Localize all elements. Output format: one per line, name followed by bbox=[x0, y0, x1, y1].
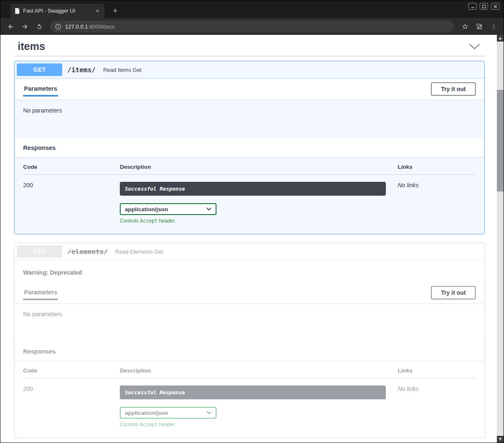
method-badge: GET bbox=[17, 63, 62, 76]
responses-table-header-description: Description bbox=[120, 367, 398, 374]
parameters-title: Parameters bbox=[23, 286, 58, 300]
reload-icon bbox=[36, 23, 43, 30]
responses-body: Code Description Links 200 Successful Re… bbox=[15, 157, 484, 234]
page-favicon-icon bbox=[15, 8, 20, 14]
tab-groups-icon bbox=[476, 23, 483, 30]
opblock-get-items: GET /items/ Read Items Get Parameters Tr… bbox=[14, 61, 485, 234]
try-it-out-button[interactable]: Try it out bbox=[431, 286, 476, 299]
scroll-up-button[interactable] bbox=[497, 35, 504, 42]
scroll-down-button[interactable] bbox=[497, 436, 504, 443]
method-badge: GET bbox=[17, 245, 62, 258]
scroll-down-icon bbox=[499, 438, 502, 440]
new-tab-button[interactable]: + bbox=[110, 5, 121, 16]
endpoint-summary: Read Items Get bbox=[103, 67, 141, 73]
response-description-box: Successful Response bbox=[120, 182, 386, 196]
close-button[interactable] bbox=[491, 3, 499, 10]
endpoint-path: /elements/ bbox=[67, 248, 108, 256]
menu-dots-icon bbox=[491, 24, 497, 30]
opblock-summary[interactable]: GET /items/ Read Items Get bbox=[15, 61, 484, 79]
maximize-icon bbox=[482, 5, 486, 8]
forward-button[interactable] bbox=[18, 20, 32, 33]
reload-button[interactable] bbox=[32, 20, 46, 33]
response-row: 200 Successful Response application/json… bbox=[23, 175, 476, 224]
accept-header-note: Controls Accept header. bbox=[120, 218, 398, 224]
scroll-thumb[interactable] bbox=[497, 90, 504, 191]
section-title: items bbox=[18, 40, 45, 52]
responses-table-header-links: Links bbox=[398, 164, 476, 170]
accept-header-note: Controls Accept header. bbox=[120, 422, 398, 427]
navigation-bar: 127.0.0.1:8000/docs bbox=[0, 18, 504, 35]
responses-body: Code Description Links 200 Successful Re… bbox=[15, 361, 484, 438]
response-row: 200 Successful Response application/json… bbox=[23, 378, 476, 427]
endpoint-path: /items/ bbox=[67, 66, 95, 74]
endpoint-summary: Read Elements Get bbox=[115, 249, 163, 255]
media-type-select[interactable]: application/json bbox=[120, 203, 216, 215]
close-icon bbox=[493, 5, 497, 8]
response-description-box: Successful Response bbox=[120, 385, 386, 399]
page-scrollbar[interactable] bbox=[497, 35, 504, 443]
swagger-page: items GET /items/ Read Items Get Paramet… bbox=[0, 35, 504, 443]
site-info-icon[interactable] bbox=[55, 24, 61, 30]
responses-header: Responses bbox=[15, 342, 484, 361]
bookmark-star-icon bbox=[462, 23, 469, 30]
parameters-header: Parameters Try it out bbox=[15, 282, 484, 303]
responses-title: Responses bbox=[23, 144, 55, 151]
parameters-title: Parameters bbox=[23, 82, 58, 97]
media-type-select[interactable]: application/json bbox=[120, 407, 216, 419]
minimize-button[interactable] bbox=[468, 3, 477, 10]
section-divider bbox=[14, 56, 485, 56]
swagger-content: items GET /items/ Read Items Get Paramet… bbox=[14, 35, 485, 438]
window-controls bbox=[468, 3, 499, 10]
deprecated-warning: Warning: Deprecated bbox=[15, 260, 484, 282]
browser-tab[interactable]: Fast API - Swagger UI × bbox=[11, 4, 105, 18]
response-links: No links bbox=[398, 385, 476, 427]
responses-table-header-description: Description bbox=[120, 164, 398, 170]
response-description-cell: Successful Response application/json Con… bbox=[120, 385, 398, 427]
browser-window: Fast API - Swagger UI × + 1 bbox=[0, 0, 504, 443]
collapse-chevron-icon[interactable] bbox=[469, 43, 480, 50]
opblock-summary[interactable]: GET /elements/ Read Elements Get bbox=[15, 243, 484, 260]
response-links: No links bbox=[398, 182, 476, 224]
url-bar[interactable]: 127.0.0.1:8000/docs bbox=[50, 21, 454, 32]
responses-title: Responses bbox=[23, 348, 55, 355]
minimize-icon bbox=[471, 5, 475, 8]
select-chevron-icon bbox=[206, 207, 211, 211]
media-type-value: application/json bbox=[125, 206, 168, 212]
back-button[interactable] bbox=[4, 20, 17, 33]
media-type-value: application/json bbox=[125, 410, 168, 416]
no-parameters-text: No parameters bbox=[15, 100, 484, 138]
url-text: 127.0.0.1:8000/docs bbox=[65, 24, 115, 30]
response-code: 200 bbox=[23, 385, 120, 427]
response-code: 200 bbox=[23, 182, 120, 224]
tab-strip: Fast API - Swagger UI × + bbox=[0, 0, 504, 18]
responses-table-head: Code Description Links bbox=[23, 164, 476, 175]
responses-header: Responses bbox=[15, 138, 484, 157]
select-chevron-icon bbox=[206, 411, 211, 414]
tab-close-icon[interactable]: × bbox=[94, 7, 101, 15]
responses-table-header-links: Links bbox=[398, 367, 476, 374]
bookmark-star-button[interactable] bbox=[458, 20, 472, 33]
browser-menu-button[interactable] bbox=[487, 20, 500, 33]
opblock-get-elements-deprecated: GET /elements/ Read Elements Get Warning… bbox=[14, 243, 485, 438]
back-icon bbox=[7, 23, 15, 31]
responses-table-header-code: Code bbox=[23, 164, 120, 170]
responses-table-header-code: Code bbox=[23, 367, 120, 374]
try-it-out-button[interactable]: Try it out bbox=[431, 82, 476, 96]
maximize-button[interactable] bbox=[480, 3, 488, 10]
parameters-header: Parameters Try it out bbox=[15, 79, 484, 100]
items-section-header[interactable]: items bbox=[14, 35, 485, 52]
no-parameters-text: No parameters bbox=[15, 303, 484, 342]
responses-table-head: Code Description Links bbox=[23, 367, 476, 378]
scroll-up-icon bbox=[499, 37, 502, 39]
response-description-cell: Successful Response application/json Con… bbox=[120, 182, 398, 224]
forward-icon bbox=[21, 23, 29, 31]
tab-title: Fast API - Swagger UI bbox=[23, 8, 90, 14]
tab-groups-button[interactable] bbox=[472, 20, 486, 33]
